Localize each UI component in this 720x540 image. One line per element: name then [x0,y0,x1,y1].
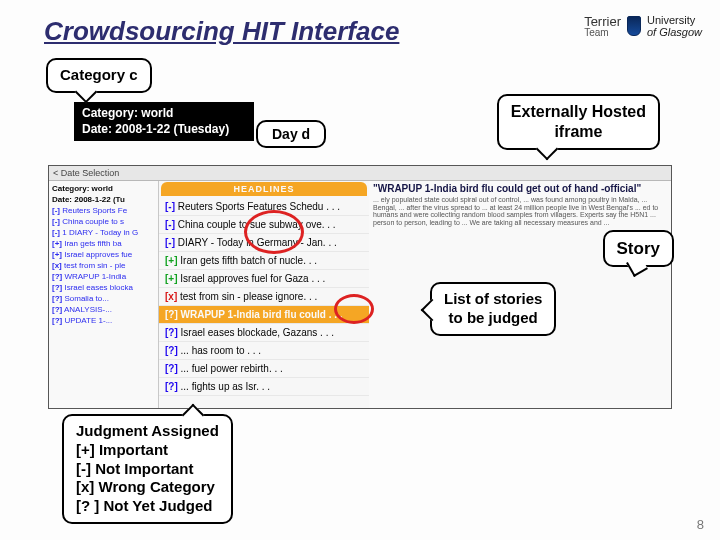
terrier-logo: Terrier Team [584,15,621,38]
left-meta-cat: Category: world [49,183,158,194]
iframe-left-column: Category: world Date: 2008-1-22 (Tu [-] … [49,181,159,409]
uog-line2: of Glasgow [647,26,702,38]
hosted-iframe-mock: < Date Selection Category: world Date: 2… [48,165,672,409]
logo-block: Terrier Team University of Glasgow [584,14,702,38]
judgment-title: Judgment Assigned [76,422,219,441]
headline-item[interactable]: [?] ... fuel power rebirth. . . [159,360,369,378]
page-number: 8 [697,517,704,532]
judgment-row: [? ] Not Yet Judged [76,497,219,516]
left-list-item[interactable]: [+] Israel approves fue [49,249,158,260]
left-list-item[interactable]: [x] test from sin - ple [49,260,158,271]
callout-day: Day d [256,120,326,148]
headline-item[interactable]: [?] ... has room to . . . [159,342,369,360]
callout-category: Category c [46,58,152,93]
headline-item[interactable]: [+] Iran gets fifth batch of nucle. . . [159,252,369,270]
left-list-item[interactable]: [?] Somalia to... [49,293,158,304]
headlines-bar: HEADLINES [161,182,367,196]
red-circle-annotation [244,210,304,254]
story-body: ... ely populated state could spiral out… [373,196,667,227]
terrier-sub: Team [584,28,621,38]
uog-text: University of Glasgow [647,14,702,38]
left-list-item[interactable]: [-] China couple to s [49,216,158,227]
iframe-topbar: < Date Selection [49,166,671,181]
callout-iframe: Externally Hosted iframe [497,94,660,150]
story-title: "WRAPUP 1-India bird flu could get out o… [373,183,667,194]
left-list-item[interactable]: [?] ANALYSIS-... [49,304,158,315]
callout-list: List of stories to be judged [430,282,556,336]
uog-crest-icon [627,16,641,36]
headline-item[interactable]: [?] ... fights up as Isr. . . [159,378,369,396]
callout-story: Story [603,230,674,267]
left-list-item[interactable]: [?] WRAPUP 1-India [49,271,158,282]
left-meta-date: Date: 2008-1-22 (Tu [49,194,158,205]
left-list-item[interactable]: [-] 1 DIARY - Today in G [49,227,158,238]
judgment-row: [x] Wrong Category [76,478,219,497]
ctx-date-label: Date: [82,122,112,136]
callout-judgment: Judgment Assigned [+] Important [-] Not … [62,414,233,524]
ctx-date-value: 2008-1-22 (Tuesday) [115,122,229,136]
left-list-item[interactable]: [?] UPDATE 1-... [49,315,158,326]
left-list-item[interactable]: [+] Iran gets fifth ba [49,238,158,249]
context-bar: Category: world Date: 2008-1-22 (Tuesday… [74,102,254,141]
ctx-cat-value: world [141,106,173,120]
left-list-item[interactable]: [?] Israel eases blocka [49,282,158,293]
ctx-cat-label: Category: [82,106,138,120]
red-circle-annotation [334,294,374,324]
left-list-item[interactable]: [-] Reuters Sports Fe [49,205,158,216]
headline-item[interactable]: [?] Israel eases blockade, Gazans . . . [159,324,369,342]
uog-line1: University [647,14,695,26]
judgment-row: [-] Not Important [76,460,219,479]
bullet-icon [236,128,240,132]
judgment-row: [+] Important [76,441,219,460]
headline-item[interactable]: [+] Israel approves fuel for Gaza . . . [159,270,369,288]
